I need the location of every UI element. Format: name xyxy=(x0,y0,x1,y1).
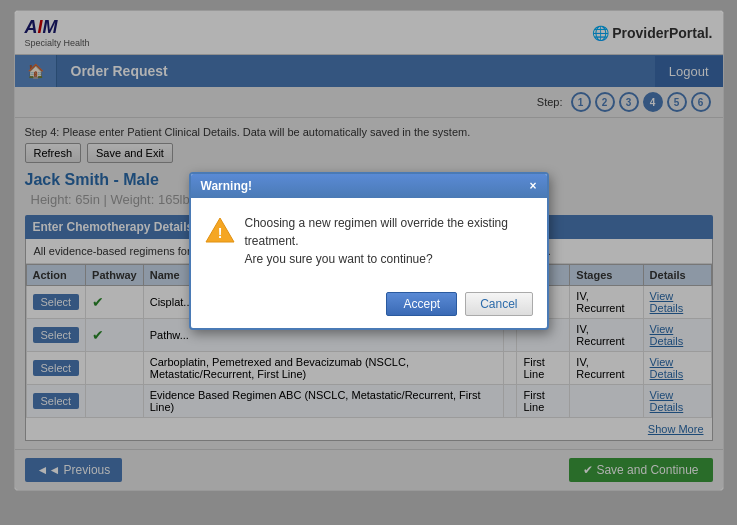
modal-message-line2: Are you sure you want to continue? xyxy=(245,252,433,266)
modal-footer: Accept Cancel xyxy=(191,284,547,328)
modal-overlay: Warning! × ! Choosing a new regimen will… xyxy=(15,11,723,490)
accept-button[interactable]: Accept xyxy=(386,292,457,316)
modal-title: Warning! xyxy=(201,179,253,193)
modal-close-button[interactable]: × xyxy=(529,179,536,193)
cancel-button[interactable]: Cancel xyxy=(465,292,532,316)
modal-header: Warning! × xyxy=(191,174,547,198)
modal-text: Choosing a new regimen will override the… xyxy=(245,214,533,268)
modal-body: ! Choosing a new regimen will override t… xyxy=(191,198,547,284)
modal-message-line1: Choosing a new regimen will override the… xyxy=(245,216,508,248)
warning-triangle-icon: ! xyxy=(205,216,235,244)
warning-icon-wrap: ! xyxy=(205,216,235,247)
svg-text:!: ! xyxy=(217,225,222,241)
warning-modal: Warning! × ! Choosing a new regimen will… xyxy=(189,172,549,330)
